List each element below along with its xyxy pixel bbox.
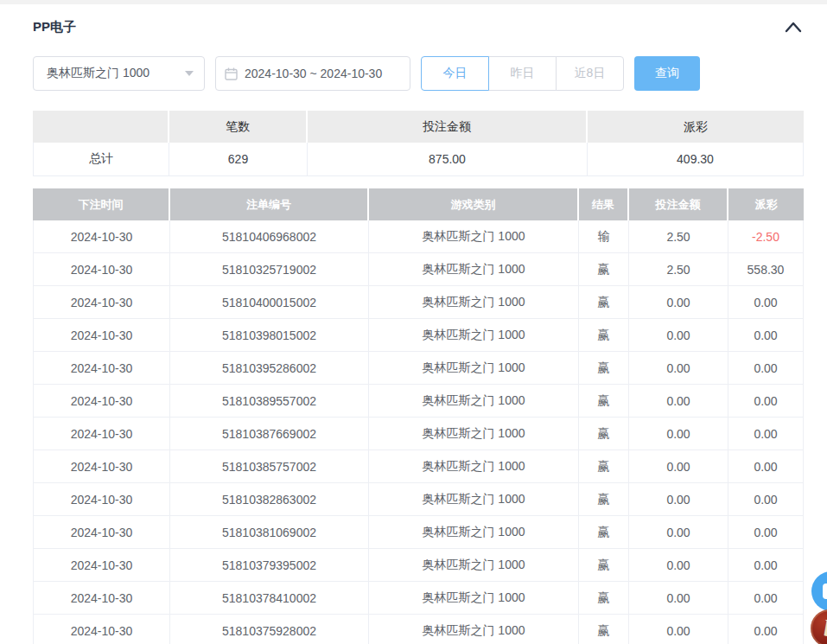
table-row: 2024-10-3051810400015002奥林匹斯之门 1000赢0.00…	[33, 286, 804, 319]
cell-bet-amount: 0.00	[629, 582, 728, 615]
cell-payout: 0.00	[728, 418, 804, 450]
cell-game: 奥林匹斯之门 1000	[369, 253, 579, 286]
table-row: 2024-10-3051810406968002奥林匹斯之门 1000输2.50…	[33, 220, 804, 253]
cell-result: 赢	[579, 450, 629, 483]
game-select[interactable]: 奥林匹斯之门 1000	[33, 56, 205, 91]
report-panel: PP电子 奥林匹斯之门 1000 2024-10-30 ~ 2024-10-30…	[0, 15, 827, 644]
bets-header-row: 下注时间注单编号游戏类别结果投注金额派彩	[33, 188, 804, 220]
cell-bet-time: 2024-10-30	[33, 450, 170, 483]
cell-bet-amount: 0.00	[629, 352, 728, 385]
table-row: 2024-10-3051810382863002奥林匹斯之门 1000赢0.00…	[33, 483, 804, 516]
cell-bet-id: 51810325719002	[170, 253, 369, 286]
cell-bet-amount: 0.00	[629, 483, 728, 516]
chevron-down-icon	[185, 71, 194, 76]
cell-result: 赢	[579, 385, 629, 418]
bets-header-cell: 派彩	[728, 188, 804, 220]
cell-bet-id: 51810382863002	[170, 483, 369, 516]
quick-filter-button-0[interactable]: 今日	[421, 56, 489, 91]
cell-bet-amount: 0.00	[629, 615, 728, 644]
cell-game: 奥林匹斯之门 1000	[369, 286, 579, 319]
brand-b-letter: b	[824, 615, 827, 642]
calendar-icon	[225, 67, 238, 80]
summary-header-row: 笔数投注金额派彩	[33, 111, 804, 143]
cell-result: 赢	[579, 582, 629, 615]
summary-header-cell: 投注金额	[308, 111, 588, 143]
table-row: 2024-10-3051810387669002奥林匹斯之门 1000赢0.00…	[33, 418, 804, 450]
cell-payout: 0.00	[728, 516, 804, 549]
quick-filter-button-1[interactable]: 昨日	[488, 56, 557, 91]
cell-bet-id: 51810387669002	[170, 418, 369, 450]
cell-game: 奥林匹斯之门 1000	[369, 615, 579, 644]
cell-bet-time: 2024-10-30	[33, 549, 170, 582]
bets-header-cell: 投注金额	[629, 188, 728, 220]
cell-result: 赢	[579, 615, 629, 644]
cell-bet-amount: 0.00	[629, 549, 728, 582]
cell-result: 赢	[579, 286, 629, 319]
cell-bet-id: 51810406968002	[170, 220, 369, 253]
summary-total-value: 629	[169, 143, 308, 176]
cell-bet-time: 2024-10-30	[33, 615, 170, 644]
date-range-input[interactable]: 2024-10-30 ~ 2024-10-30	[215, 56, 410, 91]
table-row: 2024-10-3051810395286002奥林匹斯之门 1000赢0.00…	[33, 352, 804, 385]
search-button[interactable]: 查询	[634, 56, 700, 91]
collapse-chevron-up-icon[interactable]	[783, 20, 804, 34]
cell-result: 赢	[579, 352, 629, 385]
table-row: 2024-10-3051810375928002奥林匹斯之门 1000赢0.00…	[33, 615, 804, 644]
cell-game: 奥林匹斯之门 1000	[369, 418, 579, 450]
quick-filter-group: 今日昨日近8日	[421, 56, 624, 91]
cell-game: 奥林匹斯之门 1000	[369, 582, 579, 615]
cell-bet-time: 2024-10-30	[33, 220, 170, 253]
cell-bet-time: 2024-10-30	[33, 418, 170, 450]
cell-bet-id: 51810395286002	[170, 352, 369, 385]
cell-game: 奥林匹斯之门 1000	[369, 450, 579, 483]
table-row: 2024-10-3051810398015002奥林匹斯之门 1000赢0.00…	[33, 319, 804, 352]
cell-bet-id: 51810381069002	[170, 516, 369, 549]
cell-result: 输	[579, 220, 629, 253]
cell-game: 奥林匹斯之门 1000	[369, 220, 579, 253]
quick-filter-button-2[interactable]: 近8日	[556, 56, 624, 91]
cell-bet-amount: 0.00	[629, 385, 728, 418]
cell-payout: 0.00	[728, 385, 804, 418]
cell-bet-time: 2024-10-30	[33, 352, 170, 385]
cell-payout: 0.00	[728, 450, 804, 483]
cell-game: 奥林匹斯之门 1000	[369, 483, 579, 516]
summary-total-label: 总计	[33, 143, 169, 176]
game-select-value: 奥林匹斯之门 1000	[47, 66, 185, 81]
cell-payout: 0.00	[728, 286, 804, 319]
cell-bet-id: 51810398015002	[170, 319, 369, 352]
bets-header-cell: 注单编号	[170, 188, 369, 220]
bets-header-cell: 结果	[579, 188, 629, 220]
bets-header-cell: 游戏类别	[369, 188, 579, 220]
cell-bet-time: 2024-10-30	[33, 483, 170, 516]
cell-bet-time: 2024-10-30	[33, 582, 170, 615]
cell-game: 奥林匹斯之门 1000	[369, 319, 579, 352]
cell-bet-time: 2024-10-30	[33, 319, 170, 352]
cell-bet-id: 51810375928002	[170, 615, 369, 644]
chat-bubble-icon	[823, 583, 827, 599]
cell-game: 奥林匹斯之门 1000	[369, 516, 579, 549]
bets-table: 下注时间注单编号游戏类别结果投注金额派彩 2024-10-30518104069…	[33, 188, 804, 644]
summary-header-cell	[33, 111, 169, 143]
cell-game: 奥林匹斯之门 1000	[369, 549, 579, 582]
cell-bet-amount: 0.00	[629, 450, 728, 483]
table-row: 2024-10-3051810389557002奥林匹斯之门 1000赢0.00…	[33, 385, 804, 418]
cell-bet-time: 2024-10-30	[33, 286, 170, 319]
cell-payout: 0.00	[728, 615, 804, 644]
cell-result: 赢	[579, 549, 629, 582]
cell-payout: 0.00	[728, 483, 804, 516]
cell-bet-id: 51810400015002	[170, 286, 369, 319]
cell-result: 赢	[579, 483, 629, 516]
table-row: 2024-10-3051810381069002奥林匹斯之门 1000赢0.00…	[33, 516, 804, 549]
bets-table-body: 2024-10-3051810406968002奥林匹斯之门 1000输2.50…	[33, 220, 804, 644]
cell-bet-time: 2024-10-30	[33, 253, 170, 286]
cell-bet-id: 51810378410002	[170, 582, 369, 615]
cell-result: 赢	[579, 516, 629, 549]
summary-table: 笔数投注金额派彩 总计629875.00409.30	[33, 111, 804, 176]
cell-bet-id: 51810389557002	[170, 385, 369, 418]
table-row: 2024-10-3051810378410002奥林匹斯之门 1000赢0.00…	[33, 582, 804, 615]
date-range-value: 2024-10-30 ~ 2024-10-30	[245, 67, 382, 80]
cell-bet-time: 2024-10-30	[33, 516, 170, 549]
table-row: 2024-10-3051810379395002奥林匹斯之门 1000赢0.00…	[33, 549, 804, 582]
cell-payout: 0.00	[728, 352, 804, 385]
summary-total-row: 总计629875.00409.30	[33, 143, 804, 176]
